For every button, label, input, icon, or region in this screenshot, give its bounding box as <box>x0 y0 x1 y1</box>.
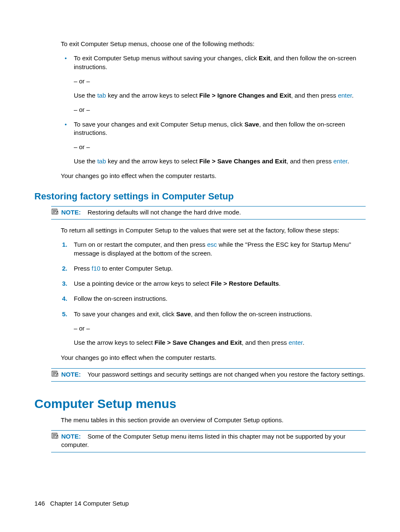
enter-key: enter <box>338 92 352 99</box>
text: Press <box>74 265 92 272</box>
text: key and the arrow keys to select <box>106 158 200 165</box>
text: to enter Computer Setup. <box>100 265 173 272</box>
text: key and the arrow keys to select <box>106 92 200 99</box>
effect-text: Your changes go into effect when the com… <box>61 354 366 362</box>
save-bold: Save <box>244 121 259 128</box>
restore-intro: To return all settings in Computer Setup… <box>61 226 366 235</box>
or-separator: – or – <box>74 77 366 85</box>
enter-key: enter <box>288 339 302 346</box>
alt-method: Use the tab key and the arrow keys to se… <box>74 157 366 165</box>
note-block: NOTE:Your password settings and security… <box>51 368 366 382</box>
text: , and then press <box>291 92 338 99</box>
exit-methods-list: To exit Computer Setup menus without sav… <box>74 54 366 165</box>
text: Use a pointing device or the arrow keys … <box>74 280 211 287</box>
or-separator: – or – <box>74 143 366 151</box>
step-item: Turn on or restart the computer, and the… <box>74 240 366 258</box>
page-number: 146 <box>34 500 45 507</box>
text: To save your changes and exit Computer S… <box>74 121 244 128</box>
note-block: NOTE:Restoring defaults will not change … <box>51 206 366 220</box>
text: To exit Computer Setup menus without sav… <box>74 54 259 62</box>
text: . <box>347 158 349 165</box>
note-label: NOTE: <box>61 371 81 378</box>
text: Use the <box>74 158 97 165</box>
page-footer: 146 Chapter 14 Computer Setup <box>34 500 129 507</box>
note-body: Restoring defaults will not change the h… <box>88 209 241 216</box>
text: Use the arrow keys to select <box>74 339 155 346</box>
menus-intro: The menu tables in this section provide … <box>61 416 366 424</box>
step-item: Use a pointing device or the arrow keys … <box>74 279 366 288</box>
menus-heading: Computer Setup menus <box>34 397 366 411</box>
list-item: To save your changes and exit Computer S… <box>74 120 366 166</box>
chapter-label: Chapter 14 Computer Setup <box>50 500 129 507</box>
note-label: NOTE: <box>61 209 81 216</box>
note-label: NOTE: <box>61 433 81 440</box>
text: Follow the on-screen instructions. <box>74 295 167 302</box>
text: , and then press <box>286 158 333 165</box>
tab-key: tab <box>97 158 106 165</box>
step-item: To save your changes and exit, click Sav… <box>74 310 366 347</box>
restore-steps: Turn on or restart the computer, and the… <box>74 240 366 347</box>
or-separator: – or – <box>74 106 366 114</box>
note-body: Some of the Computer Setup menu items li… <box>61 433 345 448</box>
esc-key: esc <box>207 241 217 248</box>
or-separator: – or – <box>74 324 366 333</box>
step-item: Press f10 to enter Computer Setup. <box>74 264 366 273</box>
text: . <box>352 92 353 99</box>
f10-key: f10 <box>92 265 101 272</box>
step-item: Follow the on-screen instructions. <box>74 294 366 303</box>
note-block: NOTE:Some of the Computer Setup menu ite… <box>51 430 366 452</box>
note-icon <box>51 208 59 215</box>
save-bold: Save <box>176 310 191 318</box>
intro-text: To exit Computer Setup menus, choose one… <box>61 40 366 48</box>
menu-path: File > Save Changes and Exit <box>155 339 242 346</box>
list-item: To exit Computer Setup menus without sav… <box>74 54 366 114</box>
note-icon <box>51 432 59 439</box>
text: . <box>279 280 281 287</box>
menu-path: File > Save Changes and Exit <box>199 158 286 165</box>
tab-key: tab <box>97 92 106 99</box>
text: . <box>303 339 304 346</box>
note-body: Your password settings and security sett… <box>88 371 365 378</box>
note-icon <box>51 370 59 377</box>
alt-method: Use the tab key and the arrow keys to se… <box>74 91 366 100</box>
text: Turn on or restart the computer, and the… <box>74 241 207 248</box>
exit-bold: Exit <box>259 54 270 62</box>
text: , and then follow the on-screen instruct… <box>191 310 312 318</box>
restoring-heading: Restoring factory settings in Computer S… <box>34 191 366 202</box>
text: , and then press <box>242 339 289 346</box>
text: Use the <box>74 92 97 99</box>
effect-text: Your changes go into effect when the com… <box>61 172 366 180</box>
alt-method: Use the arrow keys to select File > Save… <box>74 338 366 347</box>
menu-path: File > Ignore Changes and Exit <box>199 92 291 99</box>
menu-path: File > Restore Defaults <box>211 280 279 287</box>
text: To save your changes and exit, click <box>74 310 176 318</box>
enter-key: enter <box>333 158 347 165</box>
